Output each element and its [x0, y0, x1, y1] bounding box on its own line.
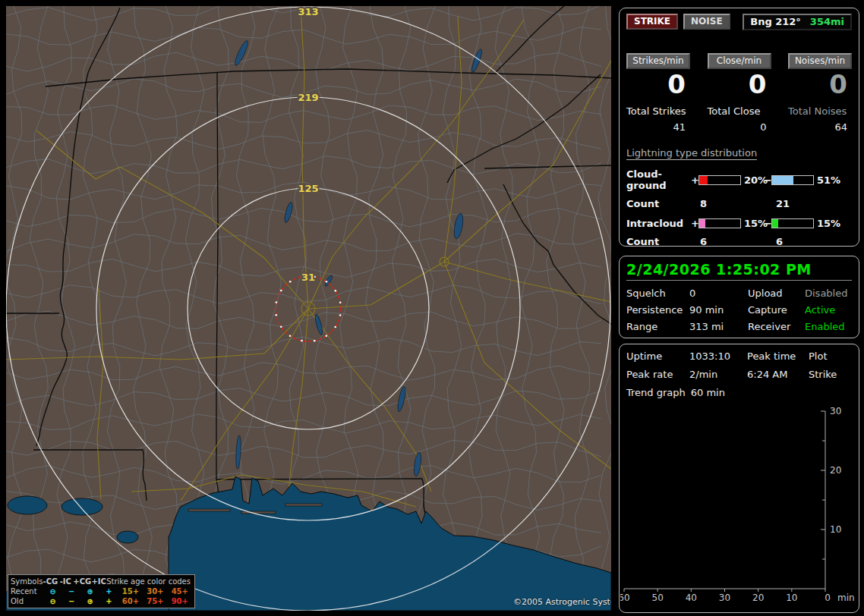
ring-label-31: 31: [301, 272, 315, 283]
plus-sign: +: [691, 174, 698, 186]
peak-time-label: Peak time: [747, 350, 809, 362]
count-label: Count: [626, 198, 700, 209]
cg-negative-bar: [771, 175, 814, 185]
ic-negative-count: 6: [776, 236, 783, 247]
peak-time-value: 6:24 AM: [747, 369, 809, 380]
strikes-rate: 0: [626, 71, 690, 99]
svg-text:min: min: [837, 592, 855, 603]
intracloud-label: Intracloud: [626, 218, 691, 229]
uptime-label: Uptime: [626, 350, 689, 362]
info-row: Peak rate 2/min 6:24 AM Strike: [626, 369, 852, 380]
status-rows: Squelch 0 Upload Disabled Persistence 90…: [626, 288, 852, 332]
plot-label: Plot: [809, 350, 828, 362]
legend-col-pos-ic: +IC: [91, 577, 106, 586]
intracloud-row: Intracloud + 15% − 15%: [626, 218, 852, 229]
plus-sign: +: [691, 218, 698, 229]
cloud-ground-label: Cloud-ground: [626, 168, 691, 191]
count-label: Count: [626, 236, 700, 247]
noise-button[interactable]: NOISE: [683, 14, 730, 30]
upload-value: Disabled: [805, 288, 847, 299]
persistence-value: 90 min: [689, 304, 748, 316]
recent-pos-cg-icon: ⊕: [80, 586, 99, 596]
total-strikes-value: 41: [626, 121, 690, 133]
divider: [626, 280, 852, 281]
strike-button[interactable]: STRIKE: [626, 14, 678, 30]
age-90: 90+: [168, 596, 192, 606]
total-strikes-label: Total Strikes: [626, 105, 690, 117]
recent-neg-ic-icon: −: [62, 586, 81, 596]
status-row: Range 313 mi Receiver Enabled: [626, 321, 852, 332]
info-row: Uptime 1033:10 Peak time Plot: [626, 350, 852, 362]
ring-labels: 313 219 125 31: [298, 6, 318, 283]
old-neg-cg-icon: ⊖: [43, 596, 62, 606]
total-noises-value: 64: [788, 121, 852, 133]
svg-text:30: 30: [830, 406, 841, 416]
recent-neg-cg-icon: ⊖: [43, 586, 62, 596]
status-panel: 2/24/2026 1:25:02 PM Squelch 0 Upload Di…: [619, 256, 859, 338]
receiver-label: Receiver: [748, 321, 805, 332]
ic-negative-bar: [771, 218, 814, 228]
bearing-range-display: Bng 212°354mi: [743, 14, 852, 30]
total-close-label: Total Close: [708, 105, 771, 117]
cg-negative-pct: 51%: [817, 174, 837, 186]
svg-text:0: 0: [825, 592, 831, 603]
symbol-legend: Symbols -CG -IC +CG +IC Strike age color…: [8, 574, 195, 608]
mode-row: STRIKE NOISE Bng 212°354mi: [626, 14, 852, 30]
old-pos-cg-icon: ⊕: [80, 596, 99, 606]
range-value: 354mi: [810, 16, 844, 27]
receiver-value: Enabled: [805, 321, 845, 332]
minus-sign: −: [764, 174, 771, 186]
info-panel: Uptime 1033:10 Peak time Plot Peak rate …: [619, 344, 859, 613]
close-per-min-button[interactable]: Close/min: [708, 53, 771, 69]
total-noises-label: Total Noises: [788, 105, 852, 117]
cg-negative-count: 21: [776, 198, 790, 209]
intracloud-count-row: Count 6 6: [626, 236, 852, 247]
noises-per-min-button[interactable]: Noises/min: [788, 53, 852, 69]
rate-counters: Strikes/min 0 Total Strikes 41 Close/min…: [626, 53, 852, 133]
ring-label-313: 313: [298, 6, 318, 17]
range-label: Range: [626, 321, 689, 332]
map-canvas: 313 219 125 31: [6, 6, 611, 611]
lightning-distribution: Lightning type distribution Cloud-ground…: [626, 145, 852, 247]
cloud-ground-row: Cloud-ground + 20% − 51%: [626, 168, 852, 191]
ring-label-125: 125: [298, 183, 318, 194]
trend-graph-chart: 1020306050403020100min: [620, 402, 858, 608]
plot-value: Strike: [809, 369, 837, 380]
age-30: 30+: [143, 586, 167, 596]
strikes-per-min-button[interactable]: Strikes/min: [626, 53, 690, 69]
close-counter: Close/min 0 Total Close 0: [708, 53, 771, 133]
stats-panel: STRIKE NOISE Bng 212°354mi Strikes/min 0…: [619, 8, 859, 247]
total-close-value: 0: [708, 121, 771, 133]
cg-positive-bar: [698, 175, 741, 185]
svg-text:50: 50: [652, 592, 664, 603]
svg-text:20: 20: [830, 465, 841, 476]
trend-graph-row: Trend graph 60 min: [626, 387, 852, 398]
svg-text:10: 10: [786, 592, 797, 603]
legend-recent-label: Recent: [11, 586, 43, 596]
age-45: 45+: [168, 586, 192, 596]
upload-label: Upload: [748, 288, 805, 299]
capture-value: Active: [805, 304, 835, 316]
recent-pos-ic-icon: +: [99, 586, 118, 596]
ic-positive-pct: 15%: [744, 218, 764, 229]
svg-text:60: 60: [620, 592, 630, 603]
old-neg-ic-icon: −: [62, 596, 81, 606]
peak-rate-label: Peak rate: [626, 369, 689, 380]
uptime-value: 1033:10: [689, 350, 747, 362]
ic-negative-pct: 15%: [817, 218, 837, 229]
capture-label: Capture: [748, 304, 805, 316]
ring-label-219: 219: [298, 92, 318, 103]
svg-text:40: 40: [686, 592, 697, 603]
legend-age-header: Strike age color codes: [106, 577, 192, 586]
cloud-ground-count-row: Count 8 21: [626, 198, 852, 209]
lightning-map[interactable]: 313 219 125 31 Symbols -CG -IC +CG +IC S…: [6, 6, 611, 611]
noises-rate: 0: [788, 71, 852, 99]
age-15: 15+: [118, 586, 143, 596]
trend-graph-value: 60 min: [691, 387, 725, 398]
svg-text:30: 30: [719, 592, 730, 603]
squelch-label: Squelch: [626, 288, 689, 299]
copyright-text: ©2005 Astrogenic Systems: [513, 597, 611, 607]
ic-positive-bar: [698, 218, 741, 228]
strikes-counter: Strikes/min 0 Total Strikes 41: [626, 53, 690, 133]
bearing-value: Bng 212°: [750, 16, 801, 27]
